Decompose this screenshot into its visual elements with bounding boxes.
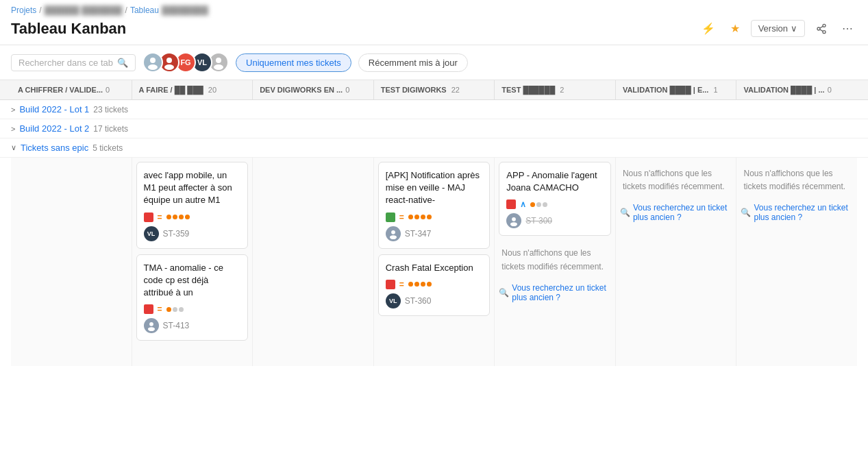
my-tickets-filter[interactable]: Uniquement mes tickets — [236, 53, 351, 72]
svg-point-8 — [164, 64, 174, 70]
card-st413[interactable]: TMA - anomalie - ce code cp est déjà att… — [136, 254, 249, 341]
empty-msg-lane6: Nous n'affichons que les tickets modifié… — [741, 162, 853, 199]
version-chevron: ∨ — [791, 23, 797, 34]
avatars-group: FG VL — [142, 52, 229, 73]
card-title-st300: APP - Anomalie l'agent Joana CAMACHO — [506, 169, 604, 194]
group-chevron-0: > — [11, 106, 15, 114]
card-footer-st360: VL ST-360 — [386, 293, 483, 308]
avatar-anon-card — [144, 318, 159, 333]
star-button[interactable]: ★ — [726, 19, 744, 38]
col-header-6: VALIDATION ████ | ...0 — [736, 80, 857, 99]
card-title-st347: [APK] Notification après mise en veille … — [386, 169, 483, 207]
group-chevron-2: ∨ — [11, 143, 16, 152]
breadcrumb-projects[interactable]: Projets — [11, 5, 36, 15]
svg-point-9 — [216, 58, 221, 63]
card-footer-st347: ST-347 — [386, 226, 483, 241]
svg-point-15 — [512, 217, 516, 221]
svg-point-10 — [214, 64, 223, 70]
group-chevron-1: > — [11, 125, 15, 133]
card-st300[interactable]: APP - Anomalie l'agent Joana CAMACHO ∧ S… — [499, 162, 611, 236]
card-st347[interactable]: [APK] Notification après mise en veille … — [378, 162, 491, 249]
card-title-st360: Crash Fatal Exception — [386, 262, 483, 274]
card-st359[interactable]: avec l'app mobile, un M1 peut affecter à… — [136, 162, 249, 249]
ticket-id-st360: ST-360 — [405, 296, 432, 306]
svg-line-3 — [820, 29, 823, 32]
card-meta-st360: = — [386, 280, 483, 289]
avatar-vl-card2: VL — [386, 293, 401, 308]
title-actions: ⚡ ★ Version ∨ ⋯ — [697, 19, 857, 38]
svg-point-12 — [147, 327, 154, 331]
col-header-3: TEST DIGIWORKS 22 — [374, 80, 495, 99]
col-header-1: A FAIRE / ██ ███ 20 — [132, 80, 253, 99]
lane-2 — [253, 158, 374, 366]
version-button[interactable]: Version ∨ — [751, 20, 805, 37]
kanban-lanes: avec l'app mobile, un M1 peut affecter à… — [0, 158, 868, 377]
lane-5: Nous n'affichons que les tickets modifié… — [616, 158, 737, 366]
group-row-1[interactable]: > Build 2022 - Lot 2 17 tickets — [0, 119, 868, 138]
group-row-0[interactable]: > Build 2022 - Lot 1 23 tickets — [0, 100, 868, 119]
tag-green-icon — [386, 213, 395, 222]
lane-0 — [11, 158, 132, 366]
tag-red-icon-3 — [386, 280, 395, 289]
avatar-anon-card3 — [506, 213, 521, 228]
ticket-id-st413: ST-413 — [163, 321, 190, 330]
empty-link-lane4[interactable]: 🔍 Vous recherchez un ticket plus ancien … — [499, 283, 611, 302]
breadcrumb-sep2: / — [125, 5, 127, 15]
svg-point-13 — [391, 230, 395, 234]
breadcrumb-board[interactable]: Tableau — [130, 5, 159, 15]
card-footer-st300: ST-300 — [506, 213, 604, 228]
avatar-anon-card2 — [386, 226, 401, 241]
priority-icon-4: = — [399, 280, 404, 289]
ticket-id-st359: ST-359 — [163, 229, 190, 239]
tag-red-icon — [144, 213, 153, 222]
search-small-icon-3: 🔍 — [741, 208, 751, 217]
breadcrumb-project-name: ██████ ███████ — [45, 5, 123, 15]
tag-red-icon-4 — [506, 199, 516, 209]
version-label: Version — [758, 23, 788, 34]
group-count-0: 23 tickets — [93, 105, 128, 114]
card-st360[interactable]: Crash Fatal Exception = VL ST-360 — [378, 254, 491, 316]
svg-point-0 — [823, 24, 826, 27]
svg-point-5 — [150, 58, 156, 63]
toolbar: Rechercher dans ce tab 🔍 FG VL Uniquemen… — [0, 45, 868, 80]
kanban-header: A CHIFFRER / VALIDE...0 A FAIRE / ██ ███… — [0, 80, 868, 100]
dots-st360 — [408, 282, 432, 287]
page-title: Tableau Kanban — [11, 20, 126, 38]
card-meta-st347: = — [386, 213, 483, 222]
group-row-2[interactable]: ∨ Tickets sans epic 5 tickets — [0, 138, 868, 158]
ticket-id-st347: ST-347 — [405, 229, 432, 239]
col-header-2: DEV DIGIWORKS EN ...0 — [253, 80, 374, 99]
avatar-1[interactable] — [142, 52, 163, 73]
empty-msg-lane5: Nous n'affichons que les tickets modifié… — [620, 162, 732, 199]
search-placeholder-text: Rechercher dans ce tab — [18, 58, 113, 68]
more-button[interactable]: ⋯ — [838, 19, 857, 38]
card-meta-st300: ∧ — [506, 199, 604, 209]
dots-st413 — [166, 307, 184, 312]
card-meta-st413: = — [144, 304, 241, 314]
breadcrumb: Projets / ██████ ███████ / Tableau █████… — [11, 5, 857, 15]
lane-1: avec l'app mobile, un M1 peut affecter à… — [132, 158, 253, 366]
svg-point-16 — [510, 223, 517, 227]
card-footer-st359: VL ST-359 — [144, 226, 241, 241]
priority-up-icon: ∧ — [520, 199, 526, 209]
lane-3: [APK] Notification après mise en veille … — [374, 158, 495, 366]
card-title-st413: TMA - anomalie - ce code cp est déjà att… — [144, 262, 241, 300]
dots-st300 — [530, 202, 547, 207]
search-box[interactable]: Rechercher dans ce tab 🔍 — [11, 54, 136, 71]
share-button[interactable] — [812, 21, 831, 37]
search-icon: 🔍 — [117, 58, 128, 68]
recently-updated-filter[interactable]: Récemment mis à jour — [358, 53, 468, 72]
empty-link-lane5[interactable]: 🔍 Vous recherchez un ticket plus ancien … — [620, 203, 732, 222]
lightning-button[interactable]: ⚡ — [697, 19, 719, 38]
ticket-id-st300: ST-300 — [525, 216, 552, 226]
empty-link-lane6[interactable]: 🔍 Vous recherchez un ticket plus ancien … — [741, 203, 853, 222]
card-footer-st413: ST-413 — [144, 318, 241, 333]
card-title-st359: avec l'app mobile, un M1 peut affecter à… — [144, 169, 241, 207]
breadcrumb-sep1: / — [39, 5, 41, 15]
svg-line-4 — [820, 26, 823, 28]
lane-6: Nous n'affichons que les tickets modifié… — [736, 158, 857, 366]
empty-msg-lane4: Nous n'affichons que les tickets modifié… — [499, 241, 611, 278]
avatar-vl-card: VL — [144, 226, 159, 241]
priority-icon-2: = — [158, 304, 162, 314]
svg-point-1 — [817, 27, 820, 30]
